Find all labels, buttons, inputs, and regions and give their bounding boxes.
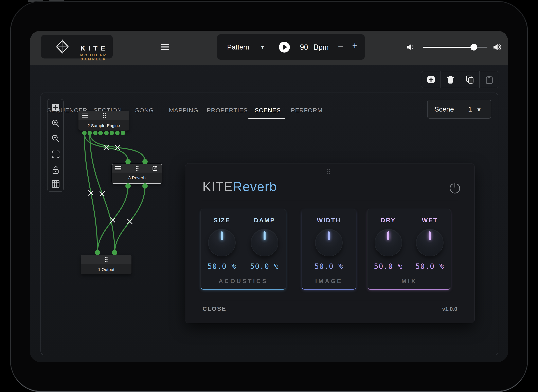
knob-label: WIDTH xyxy=(317,217,341,224)
connection-wire[interactable] xyxy=(115,186,145,252)
dry-knob[interactable] xyxy=(375,229,402,257)
knob-pointer xyxy=(387,231,389,240)
title-divider xyxy=(202,200,458,200)
group-name: MIX xyxy=(367,278,451,285)
node-port[interactable] xyxy=(142,159,148,164)
knob-value: 50.0 % xyxy=(314,262,343,270)
knob-label: WET xyxy=(422,217,438,224)
footer-divider xyxy=(202,300,458,300)
power-button[interactable] xyxy=(448,181,462,195)
knob-pointer xyxy=(264,231,266,240)
knob-value: 50.0 % xyxy=(415,262,444,270)
knob-pointer xyxy=(221,231,223,240)
knob-label: SIZE xyxy=(214,217,230,224)
plugin-title-name: Reverb xyxy=(233,179,277,194)
node-port[interactable] xyxy=(110,131,114,135)
plugin-window-reverb[interactable]: KITEReverb SIZE 50.0 % DAMP 50.0 % ACOUS… xyxy=(185,163,475,323)
plugin-title-brand: KITE xyxy=(202,179,233,194)
node-port[interactable] xyxy=(98,131,103,135)
close-button[interactable]: CLOSE xyxy=(202,305,226,312)
size-knob[interactable] xyxy=(208,229,236,257)
knob-value: 50.0 % xyxy=(208,262,236,270)
node-port[interactable] xyxy=(104,131,109,135)
node-port[interactable] xyxy=(115,131,119,135)
param-group-mix: DRY 50.0 % WET 50.0 % MIX xyxy=(367,209,451,289)
width-knob[interactable] xyxy=(315,229,343,257)
knob-value: 50.0 % xyxy=(374,262,403,270)
node-port[interactable] xyxy=(121,131,125,135)
screen: KITE MODULAR SAMPLER Pattern ▾ 90 Bpm − … xyxy=(30,31,508,362)
group-name: ACOUSTICS xyxy=(201,278,286,285)
knob-label: DAMP xyxy=(254,217,275,224)
knob-pointer xyxy=(429,231,431,240)
plugin-drag-handle-icon[interactable] xyxy=(327,169,330,174)
knob-value: 50.0 % xyxy=(250,262,279,270)
node-port[interactable] xyxy=(93,131,97,135)
connection-wire[interactable] xyxy=(97,186,128,252)
version-label: v1.0.0 xyxy=(442,306,457,312)
knob-pointer xyxy=(328,231,330,240)
node-port[interactable] xyxy=(125,159,131,164)
param-group-image: WIDTH 50.0 % IMAGE xyxy=(302,209,356,289)
node-port[interactable] xyxy=(125,183,131,188)
node-port[interactable] xyxy=(82,131,86,135)
damp-knob[interactable] xyxy=(251,229,278,257)
node-port[interactable] xyxy=(95,250,100,255)
disconnect-x-icon[interactable] xyxy=(128,219,132,224)
group-name: IMAGE xyxy=(302,278,356,285)
knob-label: DRY xyxy=(381,217,396,224)
node-port[interactable] xyxy=(112,250,117,255)
wet-knob[interactable] xyxy=(416,229,443,257)
node-port[interactable] xyxy=(142,183,148,188)
param-group-acoustics: SIZE 50.0 % DAMP 50.0 % ACOUSTICS xyxy=(200,209,286,289)
node-port[interactable] xyxy=(88,131,92,135)
